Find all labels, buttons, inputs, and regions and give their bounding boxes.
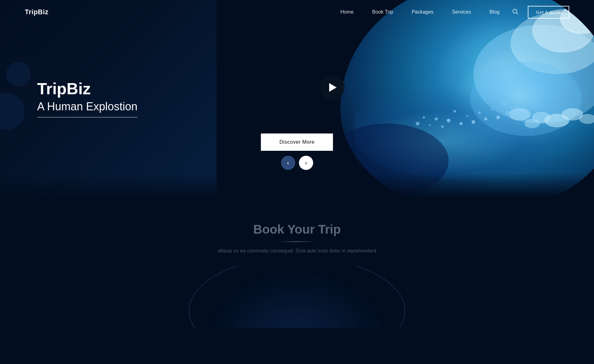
hero-circle-bg (340, 0, 594, 198)
nav-item-blog[interactable]: Blog (489, 9, 499, 15)
nav-links: Home Book Trip Packages Services Blog (340, 9, 499, 15)
discover-more-button[interactable]: Discover More (261, 133, 333, 151)
hero-subtitle: A Human Explostion (37, 100, 137, 118)
book-section-title: Book Your Trip (25, 222, 569, 236)
search-icon[interactable] (512, 8, 519, 16)
svg-point-19 (509, 108, 531, 121)
nav-item-book-trip[interactable]: Book Trip (372, 9, 393, 15)
svg-point-29 (505, 111, 510, 115)
svg-point-6 (454, 110, 456, 112)
svg-point-30 (515, 105, 519, 108)
nav-item-home[interactable]: Home (340, 9, 354, 15)
slider-controls: ‹ › (281, 156, 313, 170)
nav-item-services[interactable]: Services (452, 9, 471, 15)
get-quote-button[interactable]: Get A quote (528, 6, 569, 19)
book-section: Book Your Trip aliquip ex ea commodo con… (0, 198, 594, 346)
hero-title: TripBiz (37, 80, 137, 98)
hero-image-circle (340, 0, 594, 198)
splash-svg (340, 0, 594, 198)
slider-prev-button[interactable]: ‹ (281, 156, 295, 170)
svg-point-0 (513, 9, 517, 13)
svg-point-28 (510, 107, 514, 110)
nav-item-packages[interactable]: Packages (412, 9, 433, 15)
hero-actions: Discover More ‹ › (261, 133, 333, 170)
svg-point-10 (478, 112, 481, 114)
section-divider (278, 241, 316, 242)
svg-point-13 (496, 116, 500, 119)
play-button[interactable] (320, 75, 345, 100)
svg-point-18 (416, 122, 420, 125)
hero-bottom-fade (0, 173, 594, 198)
svg-point-14 (441, 125, 444, 128)
svg-point-15 (435, 117, 438, 121)
svg-point-9 (471, 120, 475, 124)
svg-point-27 (502, 101, 507, 106)
globe-hint (25, 266, 569, 328)
svg-point-12 (491, 109, 493, 111)
book-section-subtitle: aliquip ex ea commodo consequat. Duis au… (189, 248, 405, 254)
svg-point-16 (429, 124, 431, 126)
svg-point-5 (447, 119, 450, 122)
nav-link-book-trip[interactable]: Book Trip (372, 9, 393, 15)
svg-point-7 (459, 122, 463, 125)
svg-point-11 (484, 117, 487, 121)
hero-section: TripBiz A Human Explostion Discover More… (0, 0, 594, 198)
brand-logo[interactable]: TripBiz (25, 8, 49, 16)
nav-link-home[interactable]: Home (340, 9, 354, 15)
nav-link-blog[interactable]: Blog (489, 9, 499, 15)
navbar: TripBiz Home Book Trip Packages Services… (0, 0, 594, 24)
hero-content: TripBiz A Human Explostion (37, 80, 137, 117)
svg-point-8 (466, 115, 468, 117)
svg-line-1 (516, 13, 518, 14)
globe-arc (189, 266, 405, 328)
nav-link-packages[interactable]: Packages (412, 9, 433, 15)
svg-point-17 (423, 116, 425, 119)
slider-next-button[interactable]: › (299, 156, 313, 170)
nav-link-services[interactable]: Services (452, 9, 471, 15)
